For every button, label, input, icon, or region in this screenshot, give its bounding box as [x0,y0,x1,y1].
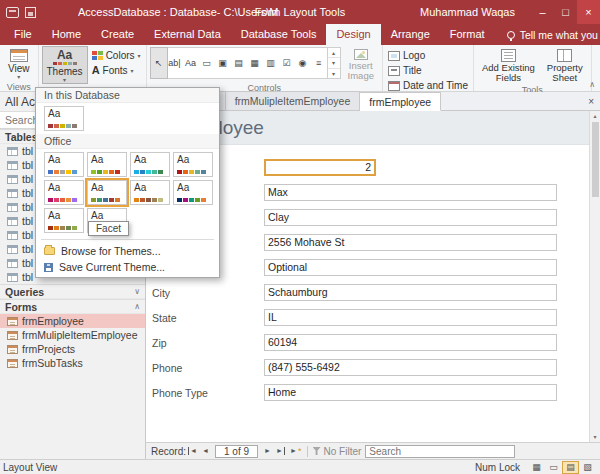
field-value-box[interactable]: Optional [264,259,557,276]
vertical-scrollbar[interactable]: ▴ ▾ [589,111,600,442]
previous-record-button[interactable]: ◄ [199,445,212,458]
record-search-input[interactable] [365,445,515,458]
property-sheet-button[interactable]: Property Sheet [542,46,588,84]
gallery-scroll: ▴ ▾ ▾ [327,48,340,78]
minimize-button[interactable]: – [531,0,554,24]
form-view-button[interactable]: ▭ [545,461,562,474]
logo-button[interactable]: Logo [386,49,470,62]
new-record-star-icon: * [298,446,302,456]
themes-icon: Aa [57,49,72,61]
gallery-scroll-down[interactable]: ▾ [328,57,340,67]
design-view-button[interactable]: ▧ [579,461,596,474]
fonts-button[interactable]: A Fonts ▾ [90,64,143,77]
theme-thumbnail[interactable]: Aa [173,152,213,177]
select-icon[interactable]: ↖ [151,48,167,78]
access-window: AccessDatabase : Database- C:\Users\Mu..… [0,0,600,474]
web-browser-control-icon[interactable]: ▦ [247,48,263,78]
themes-icon-palette [53,62,77,65]
gallery-scroll-up[interactable]: ▴ [328,48,340,57]
ribbon-tab[interactable]: Home [42,24,91,45]
form-item[interactable]: frmMulipleItemEmployee [0,328,145,342]
theme-thumbnail[interactable]: Aa [44,180,84,205]
field-value-box[interactable]: 60194 [264,334,557,351]
title-icon [388,66,400,76]
scroll-down-button[interactable]: ▾ [593,432,596,442]
form-item[interactable]: frmSubTasks [0,356,145,370]
num-lock-indicator: Num Lock [475,462,520,473]
themes-button[interactable]: Aa Themes ▾ [42,46,88,84]
ribbon-tab[interactable]: Database Tools [231,24,327,45]
hyperlink-icon[interactable]: ▤ [231,48,247,78]
theme-thumbnail[interactable]: Aa [173,180,213,205]
maximize-button[interactable]: □ [554,0,577,24]
document-tab[interactable]: frmMulipleItemEmployee [226,91,361,110]
add-existing-fields-button[interactable]: Add Existing Fields [477,46,540,84]
first-record-button[interactable]: ◄ [186,445,199,458]
table-icon [7,231,18,240]
command-button-icon[interactable]: ▭ [199,48,215,78]
view-button[interactable]: View ▾ [3,46,35,81]
next-record-button[interactable]: ► [261,445,274,458]
field-value-box[interactable]: Max [264,184,557,201]
collapse-ribbon-button[interactable]: ∧ [589,80,595,89]
chevron-down-icon: ∨ [134,287,140,296]
chevron-down-icon: ▾ [63,77,66,83]
navigation-control-icon[interactable]: ▥ [263,48,279,78]
save-theme-item[interactable]: Save Current Theme... [36,259,219,275]
ribbon-tab[interactable]: Design [326,24,380,45]
theme-thumbnail[interactable]: Aa [44,152,84,177]
field-list-icon [501,49,516,62]
ribbon-tab[interactable]: File [4,24,42,45]
theme-thumbnail[interactable]: Aa [87,152,127,177]
gallery-more-button[interactable]: ▾ [328,68,340,78]
tools-group: Add Existing Fields Property Sheet Tools [474,45,592,91]
ribbon-tab[interactable]: Format [440,24,495,45]
section-forms[interactable]: Forms ∧ [0,299,145,314]
user-name[interactable]: Muhammad Waqas [420,6,515,18]
form-field-row: Zip 60194 [152,330,589,355]
close-object-icon[interactable]: × [582,96,600,107]
document-tab[interactable]: frmEmployee [360,92,441,111]
field-value-box[interactable]: Clay [264,209,557,226]
close-button[interactable]: × [577,0,600,24]
field-value-box[interactable]: 2556 Mohave St [264,234,557,251]
ribbon-tab[interactable]: Arrange [381,24,440,45]
option-button-icon[interactable]: ◉ [295,48,311,78]
insert-image-button[interactable]: Insert Image [343,46,379,82]
form-item[interactable]: frmEmployee [0,314,145,328]
theme-thumbnail[interactable]: Aa [130,152,170,177]
ribbon-tab[interactable]: External Data [144,24,231,45]
scroll-thumb[interactable] [592,122,599,197]
list-box-icon[interactable]: ≡ [311,48,327,78]
text-box-icon[interactable]: ab| [167,48,183,78]
label-icon[interactable]: Aa [183,48,199,78]
status-view-label: Layout View [3,462,57,473]
field-value-box[interactable]: (847) 555-6492 [264,359,557,376]
current-theme-thumbnail[interactable]: Aa [44,106,84,131]
theme-thumbnail[interactable]: Aa [44,208,84,233]
save-icon[interactable] [25,7,36,18]
theme-thumbnail[interactable]: Aa [87,180,127,205]
section-queries[interactable]: Queries ∨ [0,284,145,299]
theme-thumbnail[interactable]: Aa [130,180,170,205]
form-icon [7,359,18,368]
field-value-box[interactable]: IL [264,309,557,326]
field-value-box[interactable]: 2 [264,159,376,176]
tab-control-icon[interactable]: ▣ [215,48,231,78]
field-value-box[interactable]: Schaumburg [264,284,557,301]
field-value-box[interactable]: Home [264,384,557,401]
title-button[interactable]: Title [386,64,470,77]
colors-button[interactable]: Colors ▾ [90,49,143,62]
date-time-button[interactable]: Date and Time [386,79,470,92]
datasheet-view-button[interactable]: ▦ [528,461,545,474]
last-record-button[interactable]: ► [274,445,287,458]
no-filter-indicator[interactable]: No Filter [313,446,362,457]
ribbon-tab[interactable]: Create [91,24,144,45]
colors-icon [92,51,103,60]
tell-me-box[interactable]: Tell me what you want to do [507,24,600,45]
form-item[interactable]: frmPro­jects [0,342,145,356]
browse-themes-item[interactable]: Browse for Themes... [36,243,219,259]
check-box-icon[interactable]: ☑ [279,48,295,78]
scroll-up-button[interactable]: ▴ [593,111,596,121]
layout-view-button[interactable]: ▤ [562,461,579,474]
